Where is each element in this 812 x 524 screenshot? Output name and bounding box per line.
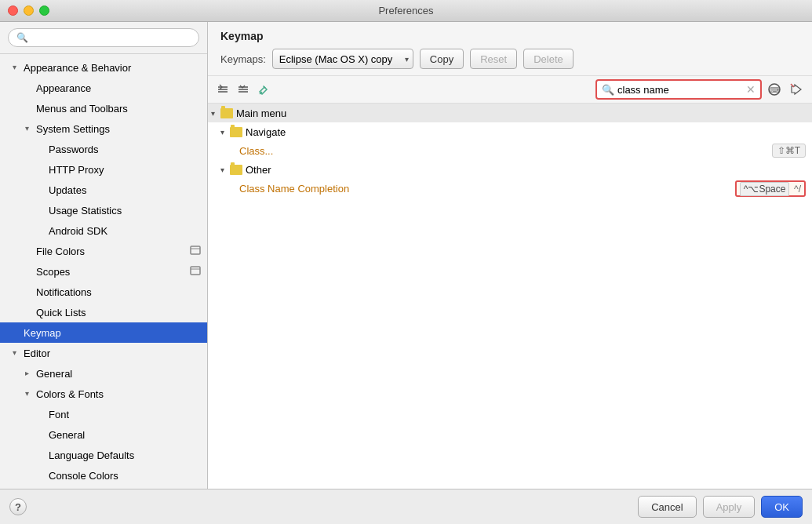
collapse-all-button[interactable] <box>235 81 252 98</box>
sidebar-item-system-settings[interactable]: System Settings <box>0 118 207 139</box>
sidebar-label-file-colors: File Colors <box>36 246 85 257</box>
sidebar-label-menus: Menus and Toolbars <box>36 103 128 115</box>
sidebar-label-system: System Settings <box>36 123 110 135</box>
maximize-button[interactable] <box>39 5 49 16</box>
delete-button[interactable]: Delete <box>523 49 573 69</box>
close-button[interactable] <box>8 5 18 16</box>
km-arrow-navigate: ▾ <box>220 128 230 136</box>
svg-rect-0 <box>191 246 200 254</box>
keymap-header: Keymap Keymaps: Eclipse (Mac OS X) copy … <box>208 22 812 76</box>
keymaps-select[interactable]: Eclipse (Mac OS X) copy <box>272 49 413 69</box>
clear-search-button[interactable] <box>787 80 806 99</box>
bottom-bar: ? Cancel Apply OK <box>0 489 812 524</box>
sidebar-label-general: General <box>36 368 72 380</box>
km-arrow-main-menu: ▾ <box>211 109 220 118</box>
km-row-other[interactable]: ▾ Other <box>208 160 812 179</box>
km-arrow-other: ▾ <box>220 166 230 174</box>
minimize-button[interactable] <box>24 5 34 16</box>
sidebar-label-usage: Usage Statistics <box>49 205 122 217</box>
sidebar-item-scopes[interactable]: Scopes <box>0 261 207 282</box>
sidebar-label-passwords: Passwords <box>49 144 99 155</box>
arrow-general <box>25 369 35 378</box>
sidebar-item-editor[interactable]: Editor <box>0 343 207 363</box>
expand-all-button[interactable] <box>214 81 231 98</box>
sidebar-item-general[interactable]: General <box>0 363 207 384</box>
sidebar-search-area <box>0 22 207 54</box>
km-row-navigate[interactable]: ▾ Navigate <box>208 122 812 141</box>
sidebar-label-scopes: Scopes <box>36 266 70 278</box>
sidebar-tree: Appearance & Behavior Appearance Menus a… <box>0 54 207 489</box>
keymap-tree: ▾ Main menu ▾ Navigate Class... ⇧⌘T ▾ <box>208 104 812 489</box>
sidebar-label-updates: Updates <box>49 184 86 196</box>
sidebar-item-colors-fonts[interactable]: Colors & Fonts <box>0 384 207 404</box>
sidebar-item-android-sdk[interactable]: Android SDK <box>0 220 207 241</box>
sidebar-label-font: Font <box>49 409 69 420</box>
scopes-badge <box>190 265 201 278</box>
sidebar-item-appearance-behavior[interactable]: Appearance & Behavior <box>0 57 207 78</box>
keymap-toolbar: 🔍 class name ✕ ⌨ <box>208 76 812 104</box>
search-box: 🔍 class name ✕ <box>595 79 762 100</box>
km-label-navigate: Navigate <box>246 126 806 138</box>
sidebar-item-quick-lists[interactable]: Quick Lists <box>0 302 207 322</box>
search-icon: 🔍 <box>602 84 614 96</box>
keymaps-label: Keymaps: <box>220 53 266 65</box>
sidebar-label-editor: Editor <box>24 348 50 359</box>
sidebar-label-quick-lists: Quick Lists <box>36 307 86 318</box>
km-row-class-name-completion[interactable]: Class Name Completion ^⌥Space ^/ <box>208 179 812 198</box>
arrow-system <box>25 124 35 133</box>
keymap-controls: Keymaps: Eclipse (Mac OS X) copy ▾ Copy … <box>220 49 799 69</box>
arrow-appearance-behavior <box>13 63 22 72</box>
sidebar-item-usage-statistics[interactable]: Usage Statistics <box>0 200 207 220</box>
sidebar-label-appearance: Appearance <box>36 82 91 94</box>
ok-button[interactable]: OK <box>761 496 803 518</box>
copy-button[interactable]: Copy <box>420 49 464 69</box>
km-shortcut-class: ⇧⌘T <box>772 144 806 158</box>
file-colors-badge <box>190 245 201 258</box>
filter-by-shortcut-button[interactable]: ⌨ <box>765 80 784 99</box>
cancel-button[interactable]: Cancel <box>638 496 696 518</box>
km-shortcut-completion: ^⌥Space ^/ <box>735 180 806 197</box>
sidebar-item-notifications[interactable]: Notifications <box>0 282 207 302</box>
edit-shortcut-button[interactable] <box>255 81 272 98</box>
keymaps-select-wrapper: Eclipse (Mac OS X) copy ▾ <box>272 49 413 69</box>
sidebar-label-appearance-behavior: Appearance & Behavior <box>24 62 131 74</box>
sidebar-item-menus-toolbars[interactable]: Menus and Toolbars <box>0 98 207 118</box>
right-panel: Keymap Keymaps: Eclipse (Mac OS X) copy … <box>208 22 812 489</box>
keymap-title: Keymap <box>220 30 799 42</box>
km-label-main-menu: Main menu <box>236 107 806 119</box>
sidebar-label-lang: Language Defaults <box>49 449 134 461</box>
sidebar-item-passwords[interactable]: Passwords <box>0 139 207 159</box>
sidebar-label-console-colors: Console Colors <box>49 470 118 482</box>
sidebar-item-font[interactable]: Font <box>0 404 207 424</box>
km-row-main-menu[interactable]: ▾ Main menu <box>208 104 812 122</box>
keymap-search-input[interactable]: class name <box>617 84 743 96</box>
sidebar-item-updates[interactable]: Updates <box>0 180 207 200</box>
search-clear-button[interactable]: ✕ <box>746 84 756 95</box>
window-title: Preferences <box>378 5 433 16</box>
km-label-other: Other <box>246 164 806 176</box>
window-controls[interactable] <box>8 5 49 16</box>
sidebar-item-appearance[interactable]: Appearance <box>0 78 207 98</box>
km-label-class: Class... <box>239 145 505 157</box>
sidebar-label-notifications: Notifications <box>36 286 92 298</box>
sidebar-item-language-defaults[interactable]: Language Defaults <box>0 445 207 465</box>
titlebar: Preferences <box>0 0 812 22</box>
sidebar-item-keymap[interactable]: Keymap <box>0 322 207 343</box>
arrow-editor <box>13 348 22 358</box>
km-row-class[interactable]: Class... ⇧⌘T <box>208 141 812 160</box>
sidebar-item-general2[interactable]: General <box>0 424 207 445</box>
km-folder-main-menu <box>220 108 233 118</box>
sidebar-item-http-proxy[interactable]: HTTP Proxy <box>0 159 207 180</box>
sidebar-item-file-colors[interactable]: File Colors <box>0 241 207 261</box>
svg-text:⌨: ⌨ <box>770 86 780 94</box>
help-button[interactable]: ? <box>9 498 27 515</box>
km-folder-navigate <box>230 127 242 137</box>
sidebar-search-input[interactable] <box>8 28 199 47</box>
sidebar-label-android: Android SDK <box>49 225 107 237</box>
apply-button: Apply <box>703 496 756 518</box>
sidebar-label-general2: General <box>49 429 85 441</box>
svg-rect-2 <box>191 267 200 275</box>
km-label-completion: Class Name Completion <box>239 183 487 195</box>
reset-button[interactable]: Reset <box>470 49 517 69</box>
sidebar-item-console-colors[interactable]: Console Colors <box>0 465 207 486</box>
